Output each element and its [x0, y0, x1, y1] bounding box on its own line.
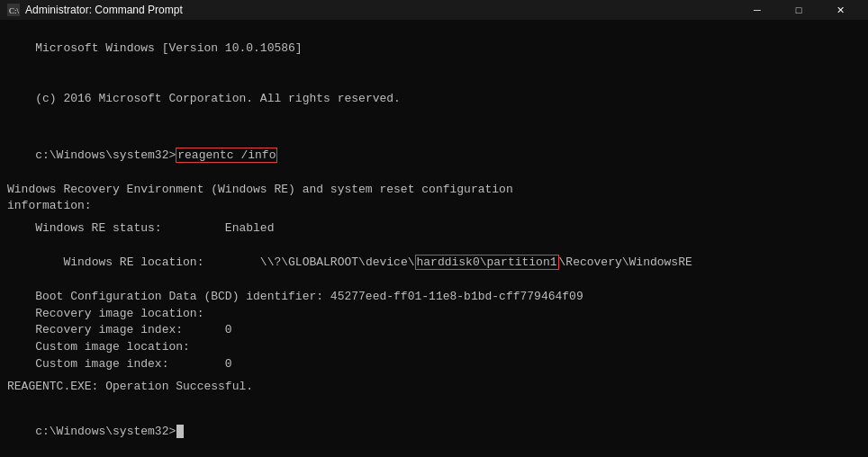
- cursor: [176, 425, 191, 438]
- titlebar-controls: ─ □ ✕: [737, 0, 861, 20]
- titlebar: C:\ Administrator: Command Prompt ─ □ ✕: [0, 0, 868, 20]
- re-location-post: \Recovery\WindowsRE: [559, 255, 692, 269]
- titlebar-title: Administrator: Command Prompt: [25, 4, 183, 16]
- maximize-button[interactable]: □: [778, 0, 819, 20]
- line-re-status: Windows RE status: Enabled: [7, 220, 861, 237]
- prompt-1: c:\Windows\system32>: [35, 148, 176, 162]
- close-button[interactable]: ✕: [819, 0, 861, 20]
- line-recovery-img-loc: Recovery image location:: [7, 306, 861, 323]
- line-success: REAGENTC.EXE: Operation Successful.: [7, 379, 861, 396]
- command-highlight: reagentc /info: [176, 148, 277, 163]
- prompt-2: c:\Windows\system32>: [35, 425, 176, 438]
- re-location-highlight: harddisk0\partition1: [415, 255, 559, 270]
- line-desc1: Windows Recovery Environment (Windows RE…: [7, 182, 861, 199]
- line-recovery-img-idx: Recovery image index: 0: [7, 322, 861, 339]
- line-bcd: Boot Configuration Data (BCD) identifier…: [7, 289, 861, 306]
- line-version: Microsoft Windows [Version 10.0.10586]: [7, 23, 861, 75]
- line-command: c:\Windows\system32>reagentc /info: [7, 130, 861, 182]
- line-re-location: Windows RE location: \\?\GLOBALROOT\devi…: [7, 237, 861, 289]
- line-final-prompt: c:\Windows\system32>: [7, 407, 861, 457]
- terminal-area[interactable]: Microsoft Windows [Version 10.0.10586] (…: [0, 20, 868, 457]
- line-custom-img-loc: Custom image location:: [7, 339, 861, 356]
- line-desc2: information:: [7, 198, 861, 215]
- re-location-label: Windows RE location:: [35, 255, 260, 269]
- line-copyright: (c) 2016 Microsoft Corporation. All righ…: [7, 75, 861, 126]
- line-custom-img-idx: Custom image index: 0: [7, 356, 861, 373]
- minimize-button[interactable]: ─: [737, 0, 778, 20]
- titlebar-left: C:\ Administrator: Command Prompt: [7, 4, 183, 16]
- svg-text:C:\: C:\: [9, 6, 20, 15]
- re-location-pre: \\?\GLOBALROOT\device\: [260, 255, 415, 269]
- cmd-icon: C:\: [7, 4, 20, 16]
